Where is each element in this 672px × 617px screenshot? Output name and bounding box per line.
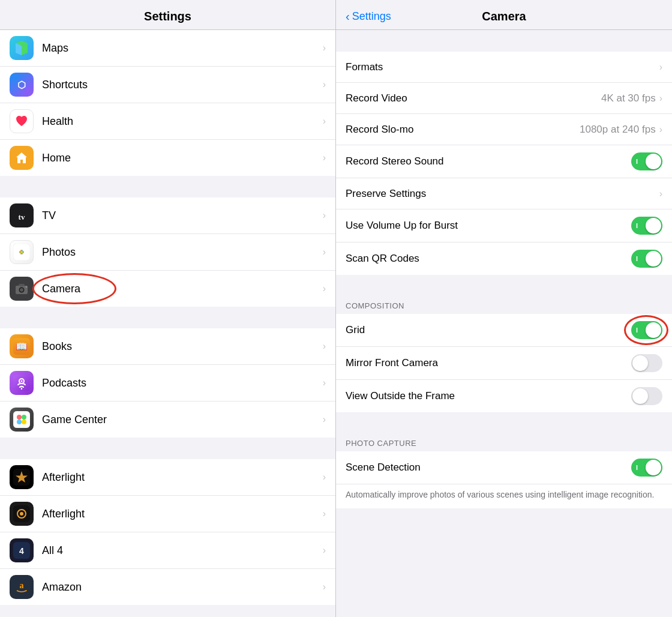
- settings-group-4: Afterlight › Afterlight ›: [0, 459, 335, 605]
- afterlight1-icon: [10, 465, 34, 489]
- settings-row-maps[interactable]: Maps ›: [0, 30, 335, 67]
- all4-label: All 4: [42, 544, 323, 557]
- record-video-chevron: ›: [659, 93, 662, 104]
- group-divider-2: [0, 307, 335, 328]
- settings-row-health[interactable]: Health ›: [0, 103, 335, 140]
- settings-row-tv[interactable]: tv TV ›: [0, 197, 335, 234]
- settings-row-afterlight2[interactable]: Afterlight ›: [0, 496, 335, 532]
- right-header: ‹ Settings Camera: [336, 0, 672, 30]
- formats-label: Formats: [346, 61, 659, 73]
- scene-detection-label: Scene Detection: [346, 462, 631, 474]
- health-icon: [10, 109, 34, 133]
- svg-point-32: [20, 512, 23, 516]
- grid-row: Grid I: [336, 314, 672, 347]
- volume-burst-toggle[interactable]: I: [631, 217, 662, 235]
- record-stereo-toggle[interactable]: I: [631, 152, 662, 170]
- toggle-knob3: [646, 251, 661, 266]
- right-content: Formats › Record Video 4K at 30 fps › Re…: [336, 30, 672, 617]
- podcasts-label: Podcasts: [42, 377, 323, 390]
- composition-header: COMPOSITION: [336, 296, 672, 314]
- scan-qr-row: Scan QR Codes I: [336, 242, 672, 275]
- scene-detection-row: Scene Detection I: [336, 451, 672, 484]
- settings-row-afterlight1[interactable]: Afterlight ›: [0, 459, 335, 496]
- amazon-icon: a: [10, 575, 34, 599]
- toggle-knob6: [632, 388, 648, 404]
- camera-page-title: Camera: [482, 10, 526, 23]
- toggle-knob: [646, 154, 661, 169]
- gamecenter-chevron: ›: [323, 414, 326, 425]
- photos-chevron: ›: [323, 247, 326, 257]
- shortcuts-icon: ⬡: [10, 73, 34, 97]
- grid-label: Grid: [346, 324, 631, 336]
- settings-row-camera[interactable]: Camera ›: [0, 271, 335, 307]
- preserve-label: Preserve Settings: [346, 188, 659, 200]
- toggle-i-icon5: I: [636, 464, 638, 471]
- volume-burst-label: Use Volume Up for Burst: [346, 220, 631, 232]
- tv-chevron: ›: [323, 210, 326, 221]
- toggle-i-icon4: I: [636, 327, 638, 334]
- settings-row-gamecenter[interactable]: Game Center ›: [0, 402, 335, 438]
- toggle-i-icon3: I: [636, 255, 638, 262]
- record-stereo-row: Record Stereo Sound I: [336, 145, 672, 178]
- gamecenter-label: Game Center: [42, 414, 323, 426]
- settings-group-3: 📖 Books ›: [0, 328, 335, 438]
- composition-section: Grid I Mirror Front Camera View Outside …: [336, 314, 672, 412]
- settings-row-photos[interactable]: Photos ›: [0, 234, 335, 271]
- settings-row-shortcuts[interactable]: ⬡ Shortcuts ›: [0, 67, 335, 103]
- scan-qr-toggle[interactable]: I: [631, 250, 662, 268]
- all4-chevron: ›: [323, 545, 326, 556]
- afterlight2-icon: [10, 502, 34, 526]
- svg-point-27: [22, 420, 26, 424]
- podcasts-chevron: ›: [323, 378, 326, 388]
- mirror-front-toggle[interactable]: [631, 354, 662, 372]
- toggle-knob2: [646, 218, 661, 233]
- right-panel: ‹ Settings Camera Formats › Record Video…: [336, 0, 672, 617]
- preserve-chevron: ›: [659, 188, 662, 199]
- settings-group-2: tv TV ›: [0, 197, 335, 307]
- svg-text:tv: tv: [19, 212, 25, 221]
- view-outside-row: View Outside the Frame: [336, 380, 672, 412]
- photos-label: Photos: [42, 246, 323, 259]
- afterlight2-label: Afterlight: [42, 508, 323, 520]
- preserve-settings-row[interactable]: Preserve Settings ›: [336, 178, 672, 209]
- settings-row-amazon[interactable]: a Amazon ›: [0, 569, 335, 605]
- home-icon: [10, 146, 34, 170]
- home-label: Home: [42, 152, 323, 164]
- grid-toggle[interactable]: I: [631, 321, 662, 339]
- books-label: Books: [42, 340, 323, 353]
- tv-icon: tv: [10, 203, 34, 227]
- mirror-front-label: Mirror Front Camera: [346, 357, 631, 369]
- books-icon: 📖: [10, 334, 34, 358]
- photo-capture-header: PHOTO CAPTURE: [336, 434, 672, 451]
- settings-row-home[interactable]: Home ›: [0, 140, 335, 176]
- svg-text:a: a: [20, 581, 24, 590]
- record-slomo-chevron: ›: [659, 124, 662, 135]
- svg-text:4: 4: [19, 546, 24, 556]
- tv-label: TV: [42, 209, 323, 222]
- all4-icon: 4: [10, 538, 34, 562]
- record-slomo-row[interactable]: Record Slo-mo 1080p at 240 fps ›: [336, 114, 672, 145]
- record-slomo-label: Record Slo-mo: [346, 124, 580, 136]
- formats-chevron: ›: [659, 62, 662, 73]
- settings-list: Maps › ⬡: [0, 30, 335, 605]
- group-divider-3: [0, 438, 335, 459]
- view-outside-toggle[interactable]: [631, 387, 662, 405]
- settings-row-all4[interactable]: 4 All 4 ›: [0, 532, 335, 569]
- back-button[interactable]: ‹ Settings: [346, 10, 391, 23]
- scene-detection-toggle[interactable]: I: [631, 459, 662, 477]
- svg-point-26: [17, 420, 22, 424]
- record-video-row[interactable]: Record Video 4K at 30 fps ›: [336, 83, 672, 114]
- settings-row-podcasts[interactable]: Podcasts ›: [0, 365, 335, 402]
- scene-detection-note: Automatically improve photos of various …: [336, 484, 672, 508]
- svg-text:📖: 📖: [16, 341, 28, 352]
- toggle-knob7: [646, 460, 661, 475]
- settings-row-books[interactable]: 📖 Books ›: [0, 328, 335, 365]
- formats-row[interactable]: Formats ›: [336, 52, 672, 83]
- maps-label: Maps: [42, 42, 323, 55]
- view-outside-label: View Outside the Frame: [346, 390, 631, 402]
- svg-point-24: [17, 415, 22, 420]
- svg-point-14: [20, 288, 23, 292]
- photo-capture-section: Scene Detection I Automatically improve …: [336, 451, 672, 508]
- volume-burst-row: Use Volume Up for Burst I: [336, 209, 672, 242]
- group-divider-1: [0, 176, 335, 197]
